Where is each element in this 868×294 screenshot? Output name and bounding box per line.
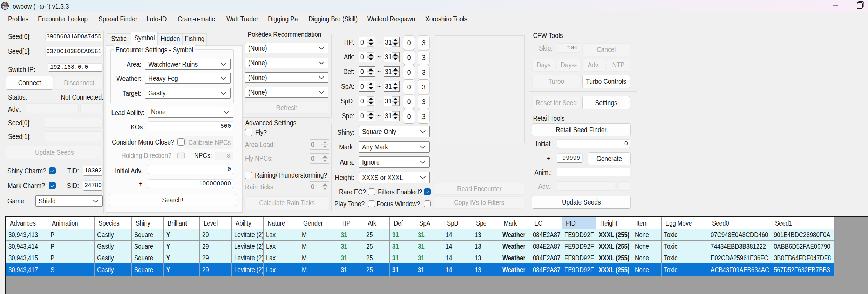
svg-text:?: ? <box>4 2 7 7</box>
